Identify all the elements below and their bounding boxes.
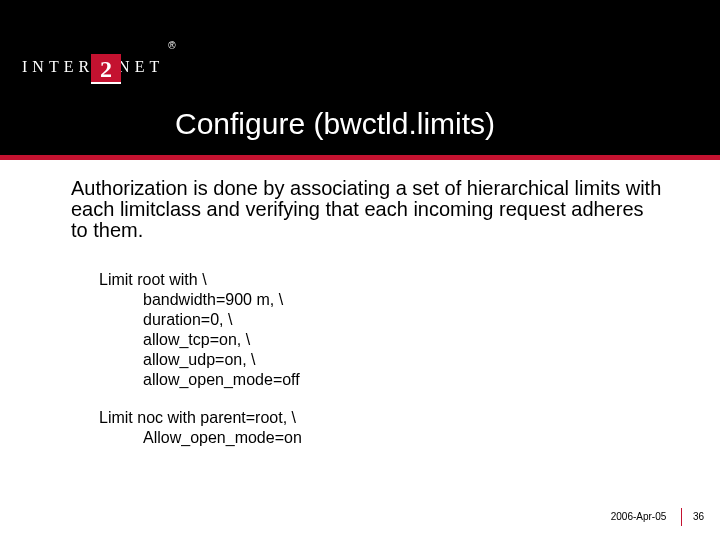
- code-line: Allow_open_mode=on: [99, 428, 662, 448]
- code-line: allow_open_mode=off: [99, 370, 662, 390]
- code-line: bandwidth=900 m, \: [99, 290, 662, 310]
- code-block: Limit root with \ bandwidth=900 m, \ dur…: [99, 270, 662, 448]
- code-line: Limit root with \: [99, 270, 662, 290]
- footer-date: 2006-Apr-05: [611, 511, 675, 522]
- code-group-root: Limit root with \ bandwidth=900 m, \ dur…: [99, 270, 662, 390]
- code-line: allow_udp=on, \: [99, 350, 662, 370]
- header-bar: INTER2NET® Configure (bwctld.limits): [0, 0, 720, 155]
- logo-part1: INTER: [22, 58, 94, 76]
- footer-page: 36: [689, 511, 704, 522]
- code-line: Limit noc with parent=root, \: [99, 408, 662, 428]
- logo-box: 2: [91, 54, 121, 84]
- intro-paragraph: Authorization is done by associating a s…: [71, 178, 662, 240]
- content-area: Authorization is done by associating a s…: [0, 160, 720, 448]
- code-line: allow_tcp=on, \: [99, 330, 662, 350]
- footer-divider: [681, 508, 682, 526]
- code-group-noc: Limit noc with parent=root, \ Allow_open…: [99, 408, 662, 448]
- footer: 2006-Apr-05 36: [611, 508, 704, 526]
- logo-registered: ®: [168, 40, 175, 51]
- internet2-logo: INTER2NET®: [22, 46, 172, 76]
- logo-part2: NET: [118, 58, 164, 76]
- code-line: duration=0, \: [99, 310, 662, 330]
- slide-title: Configure (bwctld.limits): [175, 107, 495, 141]
